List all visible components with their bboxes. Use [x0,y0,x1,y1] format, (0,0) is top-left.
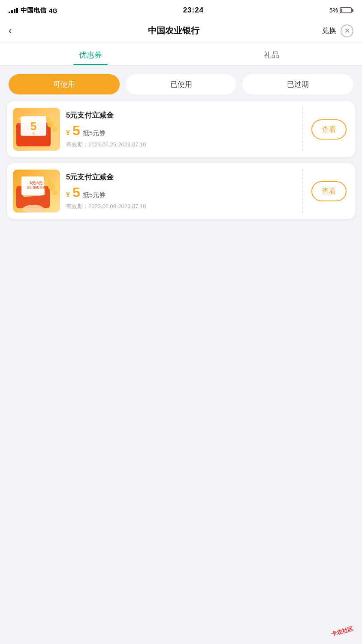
svg-point-6 [46,117,50,121]
tab-gift[interactable]: 礼品 [181,43,362,65]
network-label: 4G [49,7,57,14]
svg-point-16 [48,183,55,190]
coupon-info-1: 5元支付立减金 ¥ 5 抵5元券 有效期：2023.06.25-2023.07.… [66,110,296,149]
svg-point-5 [52,127,57,132]
svg-point-4 [47,121,54,128]
coupon-title-2: 5元支付立减金 [66,172,296,182]
coupon-card: 5 元 5元支付立减金 ¥ 5 [7,101,355,157]
filter-expired[interactable]: 已过期 [242,74,353,94]
svg-point-17 [53,190,58,195]
close-button[interactable]: ✕ [341,24,353,37]
svg-point-8 [14,128,16,130]
view-coupon-button-2[interactable]: 查看 [311,181,347,201]
coupon-image-2: 5元 支付立减 5元 支付立减 [13,170,60,213]
coupons-list: 5 元 5元支付立减金 ¥ 5 [0,101,362,219]
coupon-title-1: 5元支付立减金 [66,110,296,120]
coupon-currency-1: ¥ [66,129,70,137]
coupon-right-section-1: 查看 [303,101,355,157]
svg-text:5元: 5元 [36,181,42,185]
exchange-button[interactable]: 兑换 [322,26,336,36]
coupon-desc-1: 抵5元券 [83,129,106,137]
svg-text:5: 5 [30,120,36,133]
back-button[interactable]: ‹ [9,25,26,36]
svg-text:支付立减: 支付立减 [33,186,45,189]
status-right: 5% [329,7,353,14]
coupon-info-2: 5元支付立减金 ¥ 5 抵5元券 有效期：2023.06.09-2023.07.… [66,172,296,210]
coupon-validity-2: 有效期：2023.06.09-2023.07.10 [66,203,296,210]
battery-percent: 5% [329,7,338,14]
watermark: 卡农社区 [331,625,354,638]
coupon-validity-1: 有效期：2023.06.25-2023.07.10 [66,141,296,149]
tab-coupon[interactable]: 优惠券 [0,43,181,65]
coupon-desc-2: 抵5元券 [83,191,106,199]
tabs-bar: 优惠券 礼品 [0,43,362,66]
coupon-left-section-2: 5元 支付立减 5元 支付立减 5元支付立减金 ¥ [7,163,302,219]
coupon-amount-2: 5 [72,185,80,199]
status-bar: 中国电信 4G 23:24 5% [0,0,362,19]
coupon-left-section: 5 元 5元支付立减金 ¥ 5 [7,101,302,157]
close-icon: ✕ [344,27,350,35]
filter-used[interactable]: 已使用 [126,74,237,94]
coupon-amount-1: 5 [72,124,80,137]
signal-icon [9,8,18,13]
coupon-right-section-2: 查看 [303,163,355,219]
filter-usable[interactable]: 可使用 [9,74,120,94]
coupon-card-2: 5元 支付立减 5元 支付立减 5元支付立减金 ¥ [7,163,355,219]
nav-bar: ‹ 中国农业银行 兑换 ✕ [0,19,362,43]
view-coupon-button-1[interactable]: 查看 [311,119,347,140]
svg-text:5元: 5元 [30,181,36,185]
coupon-currency-2: ¥ [66,191,70,199]
status-left: 中国电信 4G [9,6,57,15]
coupon-amount-row-2: ¥ 5 抵5元券 [66,185,296,199]
battery-icon [340,7,353,13]
svg-point-18 [47,179,51,184]
nav-right-actions: 兑换 ✕ [322,24,353,37]
carrier-label: 中国电信 [21,6,46,15]
coupon-amount-row-1: ¥ 5 抵5元券 [66,124,296,137]
coupon-image-1: 5 元 [13,108,60,151]
svg-text:元: 元 [32,132,35,136]
page-title: 中国农业银行 [26,25,322,36]
status-time: 23:24 [183,6,204,15]
svg-point-7 [18,117,21,120]
filter-bar: 可使用 已使用 已过期 [0,66,362,101]
